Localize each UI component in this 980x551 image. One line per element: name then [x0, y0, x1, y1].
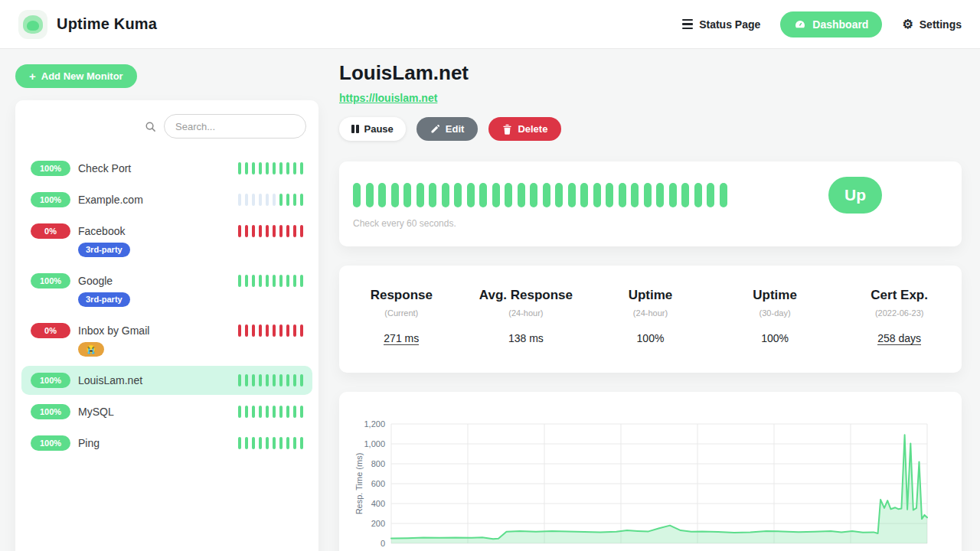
heartbeat-down	[286, 225, 289, 237]
heartbeat-up	[378, 183, 386, 207]
heartbeat-down	[238, 324, 241, 337]
search-input[interactable]	[164, 114, 306, 139]
heartbeat-down	[259, 324, 262, 337]
monitor-list-item[interactable]: 0%Facebook3rd-party	[21, 217, 312, 264]
heartbeat-up	[300, 194, 303, 206]
monitor-tags: 😭	[78, 342, 303, 357]
chart-canvas: 02004006008001,0001,200Resp. Time (ms)	[351, 413, 941, 551]
list-icon	[682, 19, 693, 30]
heartbeat-up	[252, 406, 255, 418]
heartbeat-up	[555, 183, 563, 207]
nav-dashboard[interactable]: Dashboard	[780, 11, 882, 37]
heartbeat-up	[273, 275, 276, 287]
monitor-heartbeat-bar	[238, 374, 303, 386]
monitor-list-item[interactable]: 100%Ping	[21, 429, 312, 458]
heartbeat-up	[580, 183, 588, 207]
heartbeat-up	[720, 183, 727, 207]
heartbeat-up	[238, 437, 241, 449]
stat-column: Avg. Response(24-hour)138 ms	[464, 288, 589, 373]
heartbeat-up	[286, 374, 289, 386]
delete-label: Delete	[518, 123, 547, 135]
monitor-heartbeat-bar	[238, 406, 303, 418]
heartbeat-up	[245, 162, 248, 174]
heartbeat-up	[300, 162, 303, 174]
heartbeat-up	[293, 194, 296, 206]
heartbeat-down	[252, 225, 255, 237]
search-icon	[145, 121, 156, 132]
heartbeat-bar	[353, 183, 727, 207]
gear-icon: ⚙	[902, 18, 913, 31]
monitor-heartbeat-bar	[238, 437, 303, 449]
delete-button[interactable]: Delete	[488, 117, 561, 141]
heartbeat-up	[252, 374, 255, 386]
tag-badge: 3rd-party	[78, 243, 130, 257]
monitor-heartbeat-bar	[238, 194, 303, 206]
stat-subtitle: (30-day)	[713, 308, 838, 318]
uptime-percent-badge: 100%	[31, 161, 70, 176]
monitor-list-item[interactable]: 100%Example.com	[21, 185, 312, 214]
heartbeat-up	[245, 406, 248, 418]
svg-text:400: 400	[371, 499, 385, 508]
uptime-percent-badge: 100%	[31, 273, 70, 289]
heartbeat-up	[286, 437, 289, 449]
monitor-list-item[interactable]: 100%Google3rd-party	[21, 266, 312, 314]
heartbeat-up	[293, 374, 296, 386]
monitor-heartbeat-bar	[238, 275, 303, 287]
monitor-list-item[interactable]: 0%Inbox by Gmail😭	[21, 316, 312, 364]
edit-button[interactable]: Edit	[416, 117, 479, 141]
monitor-list-item[interactable]: 100%LouisLam.net	[21, 366, 312, 395]
pause-label: Pause	[364, 123, 394, 135]
heartbeat-up	[543, 183, 550, 207]
heartbeat-up	[707, 183, 714, 207]
heartbeat-up	[279, 374, 283, 386]
uptime-percent-badge: 100%	[31, 435, 70, 451]
stat-value[interactable]: 258 days	[877, 332, 921, 345]
heartbeat-up	[286, 194, 289, 206]
heartbeat-up	[293, 275, 296, 287]
heartbeat-up	[273, 406, 276, 418]
heartbeat-empty	[238, 194, 241, 206]
stat-subtitle: (24-hour)	[464, 308, 589, 318]
stat-title: Uptime	[588, 288, 713, 303]
monitor-list-item[interactable]: 100%Check Port	[21, 154, 312, 183]
heartbeat-up	[259, 374, 262, 386]
heartbeat-up	[279, 194, 283, 206]
status-badge: Up	[828, 177, 882, 214]
heartbeat-up	[454, 183, 462, 207]
heartbeat-down	[266, 324, 269, 337]
svg-text:800: 800	[371, 459, 385, 468]
nav-settings[interactable]: ⚙ Settings	[902, 18, 962, 31]
monitor-url-link[interactable]: https://louislam.net	[339, 92, 437, 104]
heartbeat-up	[279, 275, 283, 287]
nav-status-page[interactable]: Status Page	[682, 18, 760, 31]
uptime-percent-badge: 100%	[31, 192, 70, 207]
stat-title: Avg. Response	[464, 288, 589, 303]
heartbeat-up	[259, 162, 262, 174]
stats-card: Response(Current)271 msAvg. Response(24-…	[339, 266, 962, 373]
heartbeat-up	[293, 406, 296, 418]
pause-button[interactable]: Pause	[339, 117, 406, 141]
monitor-name: Example.com	[78, 194, 143, 206]
heartbeat-up	[245, 437, 248, 449]
heartbeat-up	[266, 162, 269, 174]
monitor-heartbeat-bar	[238, 324, 303, 337]
heartbeat-down	[266, 225, 269, 237]
monitor-name: Check Port	[78, 162, 131, 174]
monitor-list-item[interactable]: 100%MySQL	[21, 397, 312, 426]
add-new-monitor-button[interactable]: + Add New Monitor	[15, 64, 137, 88]
heartbeat-empty	[245, 194, 248, 206]
stat-value[interactable]: 271 ms	[384, 332, 419, 345]
stat-subtitle: (2022-06-23)	[837, 308, 962, 318]
uptime-percent-badge: 0%	[31, 223, 70, 239]
heartbeat-up	[530, 183, 537, 207]
heartbeat-up	[300, 275, 303, 287]
heartbeat-up	[656, 183, 664, 207]
heartbeat-up	[644, 183, 652, 207]
heartbeat-down	[259, 225, 262, 237]
add-monitor-label: Add New Monitor	[41, 70, 123, 82]
heartbeat-up	[403, 183, 411, 207]
heartbeat-empty	[266, 194, 269, 206]
monitor-list-card: 100%Check Port100%Example.com0%Facebook3…	[15, 100, 318, 551]
heartbeat-up	[293, 437, 296, 449]
trash-icon	[502, 124, 512, 135]
